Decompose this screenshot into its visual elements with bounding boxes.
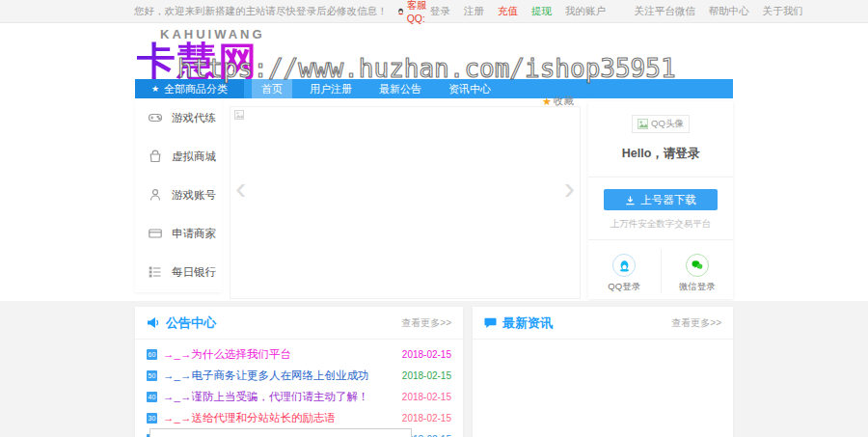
penguin-icon <box>397 6 404 17</box>
download-icon <box>625 195 636 205</box>
nav-item-announcements[interactable]: 最新公告 <box>369 79 431 99</box>
all-categories-label: 全部商品分类 <box>164 82 228 96</box>
carousel-next-arrow[interactable]: › <box>564 171 575 204</box>
qq-penguin-icon <box>618 259 631 272</box>
about-us-link[interactable]: 关于我们 <box>763 5 803 18</box>
sidebar-item-game-boosting[interactable]: 游戏代练 <box>135 98 222 137</box>
announcements-more-link[interactable]: 查看更多>> <box>401 316 451 330</box>
sidebar-item-label: 每日银行 <box>172 265 216 280</box>
favorite-label: 收藏 <box>554 95 574 108</box>
bottom-section: 公告中心 查看更多>> 60 →_→为什么选择我们平台 2018-02-15 5… <box>0 301 868 437</box>
announcement-date: 2018-02-15 <box>402 392 451 402</box>
news-title: 最新资讯 <box>484 314 553 332</box>
all-categories-button[interactable]: ★ 全部商品分类 <box>135 79 244 98</box>
user-icon <box>148 187 163 203</box>
page: 您好，欢迎来到新搭建的主站请尽快登录后必修改信息！ 客服QQ: 登录 注册 充值… <box>0 0 868 437</box>
withdraw-link[interactable]: 提现 <box>531 5 552 18</box>
nav-item-home[interactable]: 首页 <box>252 79 292 99</box>
star-icon: ★ <box>151 84 159 94</box>
divider <box>588 177 733 178</box>
service-qq-label: 客服QQ: <box>407 0 430 24</box>
site-header: KAHUIWANG 卡慧网 <box>0 24 868 79</box>
login-panel: QQ头像 Hello，请登录 上号器下载 上万件安全数字交易平台 QQ登录 微信… <box>588 101 733 299</box>
announcements-header: 公告中心 查看更多>> <box>135 307 463 340</box>
site-logo[interactable]: KAHUIWANG 卡慧网 <box>137 28 265 80</box>
third-party-login-row: QQ登录 微信登录 <box>588 249 733 293</box>
announcement-text: →_→为什么选择我们平台 <box>163 347 394 362</box>
follow-wechat-link[interactable]: 关注平台微信 <box>635 5 695 18</box>
topbar-user-links: 登录 注册 充值 提现 我的账户 <box>430 5 606 18</box>
announcement-text: →_→电子商务让更多人在网络上创业成功 <box>163 369 394 383</box>
wechat-login-button[interactable]: 微信登录 <box>661 249 734 293</box>
topbar: 您好，欢迎来到新搭建的主站请尽快登录后必修改信息！ 客服QQ: 登录 注册 充值… <box>0 0 868 23</box>
news-more-link[interactable]: 查看更多>> <box>671 316 721 330</box>
announcement-date: 2018-02-15 <box>402 349 451 360</box>
announcement-text: →_→送给代理和分站站长的励志语 <box>163 411 394 425</box>
main-navbar: ★ 全部商品分类 首页 用户注册 最新公告 资讯中心 <box>135 79 733 98</box>
sidebar-item-daily-bank[interactable]: 每日银行 <box>135 253 222 291</box>
announcement-badge: 50 <box>147 370 157 381</box>
service-qq-link[interactable]: 客服QQ: <box>397 0 430 24</box>
broken-image-icon <box>234 110 244 120</box>
chat-bubble-icon <box>484 316 497 329</box>
news-panel: 最新资讯 查看更多>> <box>473 307 733 437</box>
login-link[interactable]: 登录 <box>430 5 450 18</box>
qq-avatar-placeholder: QQ头像 <box>632 115 690 133</box>
avatar-alt-text: QQ头像 <box>651 118 684 130</box>
login-greeting: Hello，请登录 <box>588 146 733 162</box>
news-title-text: 最新资讯 <box>502 314 553 332</box>
divider <box>588 239 733 240</box>
announcement-badge: 40 <box>147 392 157 402</box>
sidebar-item-label: 虚拟商城 <box>172 150 216 164</box>
card-icon <box>148 226 163 241</box>
sidebar-item-game-accounts[interactable]: 游戏账号 <box>135 176 222 214</box>
announcements-panel: 公告中心 查看更多>> 60 →_→为什么选择我们平台 2018-02-15 5… <box>135 307 463 437</box>
carousel-prev-arrow[interactable]: ‹ <box>235 171 246 204</box>
broken-image-icon <box>637 119 648 129</box>
sidebar-item-label: 游戏账号 <box>172 188 216 203</box>
download-button-label: 上号器下载 <box>640 193 696 207</box>
star-icon: ★ <box>542 96 552 108</box>
announcement-row[interactable]: 60 →_→为什么选择我们平台 2018-02-15 <box>147 343 451 365</box>
news-header: 最新资讯 查看更多>> <box>473 307 733 340</box>
bag-icon <box>148 149 163 164</box>
list-icon <box>148 264 163 280</box>
qq-login-label: QQ登录 <box>588 281 661 293</box>
sidebar-item-apply-merchant[interactable]: 申请商家 <box>135 214 222 253</box>
register-link[interactable]: 注册 <box>464 5 484 18</box>
platform-slogan: 上万件安全数字交易平台 <box>588 218 733 231</box>
announcement-badge: 30 <box>147 413 157 423</box>
favorite-link[interactable]: ★ 收藏 <box>542 95 574 108</box>
announcement-date: 2018-02-15 <box>402 370 451 381</box>
uploader-download-button[interactable]: 上号器下载 <box>604 189 718 210</box>
speaker-icon <box>147 316 160 329</box>
nav-item-news[interactable]: 资讯中心 <box>439 79 501 99</box>
announcement-badge: 60 <box>147 349 157 360</box>
announcement-row[interactable]: 40 →_→谨防上当受骗，代理们请主动了解！ 2018-02-15 <box>147 386 451 407</box>
banner-carousel: ‹ › <box>230 106 581 299</box>
recharge-link[interactable]: 充值 <box>498 5 518 18</box>
announcement-date: 2018-02-15 <box>402 413 451 423</box>
my-account-link[interactable]: 我的账户 <box>565 5 606 18</box>
wechat-login-label: 微信登录 <box>662 281 734 293</box>
sidebar-item-label: 游戏代练 <box>172 111 216 125</box>
help-center-link[interactable]: 帮助中心 <box>709 5 749 18</box>
announcements-title-text: 公告中心 <box>166 314 216 332</box>
category-sidebar: 游戏代练 虚拟商城 游戏账号 申请商家 每日银行 <box>135 98 222 292</box>
link-preview-box <box>149 428 412 437</box>
wechat-icon <box>691 259 704 272</box>
welcome-text: 您好，欢迎来到新搭建的主站请尽快登录后必修改信息！ <box>134 5 388 18</box>
announcement-row[interactable]: 30 →_→送给代理和分站站长的励志语 2018-02-15 <box>147 407 451 428</box>
topbar-site-links: 关注平台微信 帮助中心 关于我们 <box>635 5 803 18</box>
logo-chinese-text: 卡慧网 <box>137 41 265 80</box>
sidebar-item-virtual-mall[interactable]: 虚拟商城 <box>135 137 222 176</box>
gamepad-icon <box>148 110 163 125</box>
announcement-text: →_→谨防上当受骗，代理们请主动了解！ <box>163 390 394 404</box>
announcements-list: 60 →_→为什么选择我们平台 2018-02-15 50 →_→电子商务让更多… <box>135 340 463 437</box>
nav-item-register[interactable]: 用户注册 <box>300 79 362 99</box>
sidebar-item-label: 申请商家 <box>172 227 216 241</box>
qq-login-button[interactable]: QQ登录 <box>588 249 661 293</box>
announcement-row[interactable]: 50 →_→电子商务让更多人在网络上创业成功 2018-02-15 <box>147 365 451 386</box>
announcements-title: 公告中心 <box>147 314 216 332</box>
